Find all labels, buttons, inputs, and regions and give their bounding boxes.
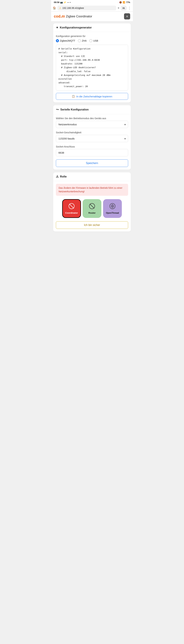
rolle-card: ⚠ Rolle Das Ändern der Firmware in laufe… (53, 172, 131, 232)
radio-zigbee2mqtt[interactable]: Zigbee2MQTT (56, 39, 75, 42)
rolle-title: Rolle (60, 175, 67, 178)
operation-mode-wrapper: Netzwerkmodus USB-Modus ▾ (56, 121, 128, 128)
svg-line-1 (69, 204, 74, 208)
coordinator-label: Coordinator (65, 212, 78, 214)
config-generator-title: Konfigurationsgenerator (60, 26, 92, 29)
status-right: 🔕 📶 77% (119, 1, 130, 4)
dot-indicator: • (70, 1, 71, 4)
openthread-label: OpenThread (106, 212, 119, 214)
confirm-button-label: Ich bin sicher (84, 224, 100, 226)
address-field[interactable]: ⚠ 192.168.99.4/zigbee (57, 6, 116, 10)
save-button-label: Speichern (86, 162, 98, 165)
hamburger-icon: ≡ (126, 15, 128, 18)
menu-button[interactable]: ≡ (124, 13, 130, 20)
svg-point-5 (112, 206, 113, 207)
radio-zha[interactable]: ZHA (78, 39, 87, 42)
mute-icon: 🔕 (119, 1, 122, 4)
status-bar: 09:56 📷 ⚡ — • 🔕 📶 77% (51, 0, 133, 4)
confirm-button[interactable]: Ich bin sicher (56, 221, 128, 229)
radio-circle-zigbee2mqtt[interactable] (56, 39, 59, 42)
radio-usb[interactable]: USB (89, 39, 98, 42)
serial-config-card: 〜 Serielle Konfiguration Wählen Sie den … (53, 105, 131, 170)
config-generator-header: ✴ Konfigurationsgenerator (53, 23, 131, 32)
logo-codm: cod.m (54, 14, 65, 18)
socket-speed-select[interactable]: 9600 bauds 19200 bauds 38400 bauds 57600… (56, 135, 128, 142)
role-openthread-button[interactable]: OpenThread (103, 199, 122, 218)
radio-circle-usb[interactable] (89, 39, 92, 42)
serial-config-body: Wählen Sie den Betriebsmodus des Geräts … (53, 114, 131, 170)
radio-label-usb: USB (93, 40, 98, 42)
socket-port-input[interactable] (56, 149, 128, 156)
serial-config-header: 〜 Serielle Konfiguration (53, 105, 131, 114)
socket-port-label: Socket-Anschluss (56, 145, 128, 148)
role-coordinator-button[interactable]: Coordinator (62, 199, 81, 218)
role-router-button[interactable]: Router (83, 199, 101, 218)
tab-count[interactable]: 31 (121, 6, 126, 10)
app-title: Zigbee Coordinator (66, 15, 92, 18)
radio-group: Zigbee2MQTT ZHA USB (56, 39, 128, 42)
radio-label-zha: ZHA (82, 40, 87, 42)
router-icon (89, 203, 95, 210)
wave-icon: 〜 (56, 108, 59, 112)
socket-speed-label: Socket-Geschwindigkeit (56, 131, 128, 134)
role-buttons: Coordinator Router (56, 199, 128, 218)
rolle-header: ⚠ Rolle (53, 172, 131, 181)
status-time: 09:56 📷 ⚡ — • (54, 1, 71, 4)
copy-icon: 📋 (72, 95, 75, 98)
router-label: Router (88, 212, 96, 214)
svg-line-3 (90, 204, 94, 208)
config-generator-body: Konfiguration generieren für Zigbee2MQTT… (53, 32, 131, 102)
camera-icon: 📷 (60, 1, 63, 4)
more-icon[interactable]: ⋮ (128, 6, 131, 10)
radio-circle-zha[interactable] (78, 39, 81, 42)
openthread-icon (109, 203, 116, 210)
config-for-label: Konfiguration generieren für (56, 35, 128, 38)
add-tab-icon[interactable]: + (118, 6, 120, 10)
socket-speed-wrapper: 9600 bauds 19200 bauds 38400 bauds 57600… (56, 135, 128, 142)
warning-icon: ⚠ (59, 7, 61, 10)
main-content: ✴ Konfigurationsgenerator Konfiguration … (51, 21, 133, 236)
radio-label-zigbee2mqtt: Zigbee2MQTT (60, 40, 75, 42)
signal-icon: — (67, 1, 69, 4)
save-button[interactable]: Speichern (56, 160, 128, 167)
bolt-icon: ⚡ (64, 1, 66, 4)
rolle-warning-icon: ⚠ (56, 175, 59, 178)
battery-display: 77% (126, 1, 130, 4)
operation-mode-label: Wählen Sie den Betriebsmodus des Geräts … (56, 117, 128, 120)
copy-button-label: In die Zwischenablage kopieren (76, 95, 112, 98)
home-icon[interactable]: 🏠 (53, 6, 56, 10)
wand-icon: ✴ (56, 26, 58, 30)
url-text: 192.168.99.4/zigbee (62, 7, 84, 10)
app-logo: cod.m Zigbee Coordinator (54, 14, 92, 18)
operation-mode-select[interactable]: Netzwerkmodus USB-Modus (56, 121, 128, 128)
rolle-body: Das Ändern der Firmware in laufenden Bet… (53, 181, 131, 232)
address-bar: 🏠 ⚠ 192.168.99.4/zigbee + 31 ⋮ (51, 4, 133, 12)
config-code-box: # Serielle Konfiguration serial: # Stand… (56, 45, 128, 90)
warning-text: Das Ändern der Firmware in laufenden Bet… (59, 186, 122, 193)
copy-button[interactable]: 📋 In die Zwischenablage kopieren (56, 93, 128, 100)
config-generator-card: ✴ Konfigurationsgenerator Konfiguration … (53, 23, 131, 102)
app-header: cod.m Zigbee Coordinator ≡ (51, 12, 133, 21)
time-display: 09:56 (54, 1, 59, 4)
coordinator-icon (68, 203, 75, 210)
serial-config-title: Serielle Konfiguration (60, 108, 89, 111)
wifi-icon: 📶 (123, 1, 125, 4)
warning-box: Das Ändern der Firmware in laufenden Bet… (56, 184, 128, 196)
